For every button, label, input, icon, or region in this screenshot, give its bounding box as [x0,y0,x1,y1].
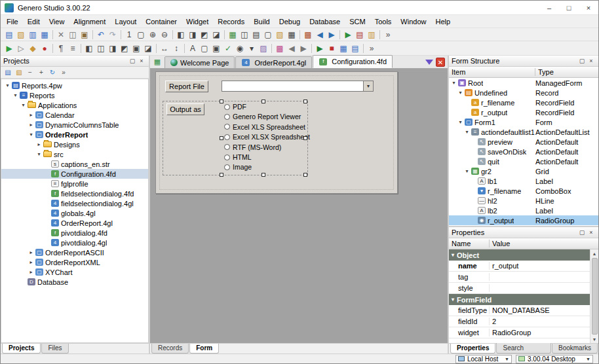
show-invisibles-icon[interactable]: ¶ [55,43,67,54]
align-center-icon[interactable]: ◫ [95,43,107,54]
structure-item-actiondefaultlist1[interactable]: ▾≡actiondefaultlist1ActionDefaultList [449,127,598,137]
project-item-DynamicColumnsTable[interactable]: ▸▢DynamicColumnsTable [1,120,148,130]
properties-scrollbar[interactable]: ▲ ▼ [590,249,598,343]
insert-table-icon[interactable]: ▦ [286,29,298,40]
structure-item-r_output[interactable]: ◉r_outputRadioGroup [449,215,598,225]
property-row-fieldType[interactable]: fieldTypeNON_DATABASE [449,305,598,316]
expander-icon[interactable]: ▸ [28,112,35,118]
close-button[interactable]: × [579,1,598,15]
editor-tab-configuration.4fd[interactable]: fConfiguration.4fd [313,55,393,68]
project-item-fieldselectiondialog.4fd[interactable]: ffieldselectiondialog.4fd [1,189,148,198]
project-item-pivotdialog.4gl[interactable]: 4pivotdialog.4gl [1,238,148,247]
radio-option-genero-report-viewer[interactable]: Genero Report Viewer [224,113,301,120]
selection-handle[interactable] [220,173,223,177]
radio-option-excel-xls-spreadsheet[interactable]: Excel XLS Spreadsheet [224,123,305,131]
toolbar-overflow-1-icon[interactable]: » [382,29,394,40]
widget-radiogroup-icon[interactable]: ◉ [234,43,246,54]
menu-edit[interactable]: Edit [23,16,45,27]
column-type[interactable]: Type [535,68,554,76]
filter-icon[interactable] [425,60,433,65]
insert-folder-icon[interactable]: ▧ [274,29,286,40]
structure-item-r_filename[interactable]: ar_filenameRecordField [449,98,598,107]
structure-item-quit[interactable]: ↖quitActionDefault [449,156,598,166]
align-top-edges-icon[interactable]: ◩ [199,29,210,40]
project-item-OrderReportXML[interactable]: ▸▢OrderReportXML [1,257,148,267]
selection-handle[interactable] [303,136,307,140]
cut-icon[interactable]: ✕ [55,29,67,40]
property-value[interactable]: RadioGroup [490,329,598,337]
project-item-Reports[interactable]: ▾≡Reports [1,90,148,100]
radio-option-pdf[interactable]: PDF [224,103,246,111]
selection-handle[interactable] [303,100,307,103]
column-name[interactable]: Name [449,240,490,247]
make-executable-icon[interactable]: ▶ [342,29,354,40]
structure-item-r_output[interactable]: ar_outputRecordField [449,107,598,117]
insert-hbox-icon[interactable]: ◫ [239,29,250,40]
project-item-globals.4gl[interactable]: 4globals.4gl [1,208,148,218]
desktop-dropdown-icon[interactable]: ▼ [586,357,590,361]
expander-icon[interactable]: ▾ [457,119,464,125]
close-editor-button[interactable]: ✕ [436,58,445,67]
expander-icon[interactable]: ▾ [463,129,471,135]
panel-overflow-icon[interactable]: » [58,67,69,77]
structure-item-saveOnDisk[interactable]: ↖saveOnDiskActionDefault [449,147,598,156]
project-item-captions_en.str[interactable]: scaptions_en.str [1,159,148,169]
expander-icon[interactable]: ▾ [463,168,471,174]
menu-layout[interactable]: Layout [110,16,141,27]
report-file-combobox[interactable]: ▼ [222,81,374,92]
expander-icon[interactable]: ▸ [28,122,35,128]
zoom-in-icon[interactable]: ⊕ [147,29,159,40]
property-section-formfield[interactable]: ▾FormField [449,294,598,305]
editor-tab-orderreport.4gl[interactable]: 4OrderReport.4gl [235,56,312,68]
desktop-selector[interactable]: 3.00.04 Desktop ▼ [516,355,593,363]
column-value[interactable]: Value [490,240,510,247]
close-panel-button[interactable]: × [587,228,596,237]
selection-handle[interactable] [261,100,265,103]
tab-order-icon[interactable]: 1 [123,29,135,40]
record-previous-icon[interactable]: ◀ [314,29,326,40]
table-view-icon[interactable]: ▦ [338,43,349,54]
project-new-icon[interactable]: ▤ [3,67,13,77]
expander-icon[interactable]: ▸ [28,249,35,255]
collapse-all-icon[interactable]: − [25,67,35,77]
preview-form-icon[interactable]: ▢ [135,29,147,40]
form-canvas[interactable]: Report File ▼ Output as PDFGenero Report… [155,71,398,194]
menu-build[interactable]: Build [249,16,274,27]
align-middle-icon[interactable]: ▣ [130,43,142,54]
float-panel-button[interactable]: ▢ [128,57,137,65]
report-file-label-widget[interactable]: Report File [165,81,208,92]
property-section-object[interactable]: ▾Object [449,249,598,261]
run-settings-icon[interactable]: ▷ [15,43,27,54]
properties-tab-bookmarks[interactable]: Bookmarks [552,344,598,354]
structure-item-lb2[interactable]: Alb2Label [449,206,598,215]
insert-grid-icon[interactable]: ▦ [227,29,239,40]
record-next-icon[interactable]: ▶ [326,29,338,40]
scroll-down-icon[interactable]: ▼ [590,335,599,343]
align-top-icon[interactable]: ◩ [119,43,130,54]
section-collapse-icon[interactable]: ▾ [452,297,454,302]
expand-all-icon[interactable]: + [36,67,47,77]
projects-tab-projects[interactable]: Projects [2,344,41,354]
selection-handle[interactable] [261,173,265,177]
redo-icon[interactable]: ↷ [107,29,119,40]
scroll-up-icon[interactable]: ▲ [590,249,599,257]
refresh-project-icon[interactable]: ↻ [47,67,58,77]
stop-badge-icon[interactable]: ■ [326,43,338,54]
property-value[interactable]: NON_DATABASE [490,306,598,314]
paste-icon[interactable]: ▣ [79,29,90,40]
open-file-icon[interactable]: ▧ [15,29,27,40]
float-panel-button[interactable]: ▢ [577,57,587,65]
editor-tab-records[interactable]: Records [151,344,189,354]
editor-tab-form[interactable]: Form [189,344,219,354]
expander-icon[interactable]: ▸ [35,141,43,147]
menu-records[interactable]: Records [213,16,249,27]
output-as-label-widget[interactable]: Output as [166,103,204,115]
selection-handle[interactable] [303,173,307,177]
structure-item-r_filename[interactable]: ▾r_filenameComboBox [449,186,598,196]
record-last-icon[interactable]: ▶ [298,43,309,54]
exe-badge-icon[interactable]: ▶ [314,43,326,54]
expander-icon[interactable]: ▸ [28,259,35,265]
menu-window[interactable]: Window [396,16,431,27]
record-first-icon[interactable]: ◀ [286,43,298,54]
property-value[interactable]: 2 [490,318,598,325]
